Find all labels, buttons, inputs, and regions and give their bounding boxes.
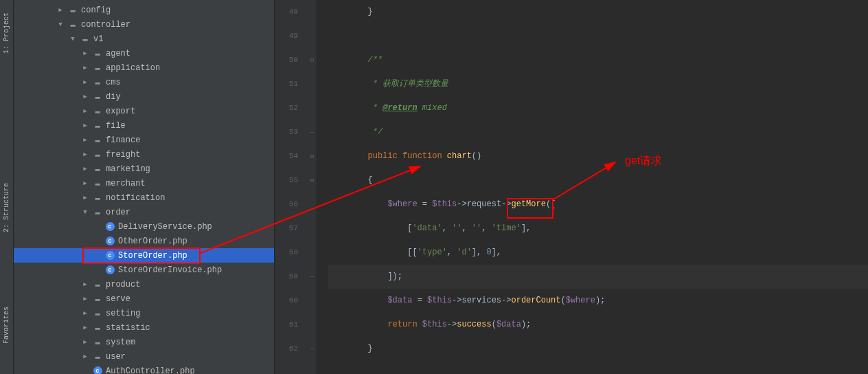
chevron-right-icon: ▶ [56,6,65,14]
folder-icon: ▬ [92,91,103,102]
chevron-right-icon: ▶ [81,93,89,100]
php-class-icon: C [104,250,115,261]
folder-icon: ▬ [92,294,103,305]
folder-serve[interactable]: ▶ ▬ serve [14,292,274,306]
code-line [328,24,868,48]
tree-label: order [106,208,130,217]
folder-icon: ▬ [92,77,103,88]
code-line: $where = $this->request->getMore([ [328,192,868,217]
fold-collapse-icon[interactable]: ⊟ [308,48,317,72]
chevron-right-icon: ▶ [81,309,89,317]
folder-config[interactable]: ▶ ▬ config [14,3,274,17]
fold-end-icon[interactable]: ─ [308,265,317,289]
chevron-right-icon: ▶ [81,353,89,360]
folder-export[interactable]: ▶ ▬ export [14,104,274,118]
file-delivery-service[interactable]: C DeliveryService.php [14,219,274,234]
chevron-right-icon: ▶ [81,295,89,302]
code-line: * 获取订单类型数量 [328,72,868,96]
folder-product[interactable]: ▶ ▬ product [14,277,274,292]
folder-icon: ▬ [92,308,103,319]
fold-end-icon[interactable]: ─ [308,337,317,361]
folder-icon: ▬ [92,135,103,146]
fold-collapse-icon[interactable]: ⊟ [308,144,317,168]
folder-notification[interactable]: ▶ ▬ notification [14,190,274,205]
chevron-right-icon: ▶ [81,122,89,129]
tree-label: cms [106,78,121,87]
file-store-order-invoice[interactable]: C StoreOrderInvoice.php [14,263,274,277]
folder-file[interactable]: ▶ ▬ file [14,118,274,133]
chevron-right-icon: ▶ [81,280,89,288]
folder-freight[interactable]: ▶ ▬ freight [14,147,274,162]
tree-label: OtherOrder.php [118,236,187,246]
tree-label: freight [106,150,140,160]
folder-statistic[interactable]: ▶ ▬ statistic [14,320,274,335]
chevron-down-icon: ▼ [69,36,77,43]
chevron-right-icon: ▶ [81,338,89,346]
code-line: } [328,337,868,361]
tree-label: diy [106,92,121,102]
tree-label: AuthController.php [106,366,195,375]
tree-label: StoreOrder.php [118,251,187,261]
fold-gutter: ⊟ ─ ⊟ ⊟ ─ ─ [308,0,317,374]
code-line: { [328,168,868,192]
chevron-right-icon: ▶ [81,107,89,115]
tree-label: application [106,63,160,73]
folder-icon: ▬ [92,63,103,74]
code-area[interactable]: } /** * 获取订单类型数量 * @return mixed */ publ… [317,0,868,374]
code-line: /** [328,48,868,72]
folder-user[interactable]: ▶ ▬ user [14,349,274,364]
project-tree[interactable]: ▶ ▬ config ▼ ▬ controller ▼ ▬ v1 ▶ ▬ age… [14,0,275,374]
file-other-order[interactable]: C OtherOrder.php [14,234,274,248]
code-line: [['type', 'd'], 0], [328,241,868,265]
folder-icon: ▬ [92,149,103,160]
folder-finance[interactable]: ▶ ▬ finance [14,133,274,147]
folder-icon: ▬ [92,192,103,204]
code-line: ]); [328,265,868,289]
tree-label: setting [106,309,140,318]
tree-label: export [106,107,135,116]
code-line: * @return mixed [328,96,868,120]
tree-label: file [106,121,126,131]
folder-icon: ▬ [92,351,103,362]
chevron-right-icon: ▶ [81,179,89,187]
tree-label: system [106,338,135,347]
folder-application[interactable]: ▶ ▬ application [14,60,274,75]
tree-label: product [106,280,140,289]
tree-label: controller [81,20,130,30]
line-numbers: 48 49 50 51 52 53 54 55 56 57 58 59 60 6… [275,0,308,374]
file-auth-controller[interactable]: C AuthController.php [14,364,274,374]
folder-icon: ▬ [92,322,103,333]
tree-label: statistic [106,323,150,333]
folder-marketing[interactable]: ▶ ▬ marketing [14,162,274,176]
chevron-down-icon: ▼ [81,209,89,216]
chevron-right-icon: ▶ [81,50,89,57]
chevron-right-icon: ▶ [81,136,89,144]
file-store-order[interactable]: C StoreOrder.php [14,248,274,263]
fold-end-icon[interactable]: ─ [308,120,317,144]
fold-collapse-icon[interactable]: ⊟ [308,168,317,192]
code-editor[interactable]: 48 49 50 51 52 53 54 55 56 57 58 59 60 6… [275,0,868,374]
tree-label: notification [106,193,165,203]
folder-merchant[interactable]: ▶ ▬ merchant [14,176,274,190]
folder-agent[interactable]: ▶ ▬ agent [14,46,274,60]
folder-v1[interactable]: ▼ ▬ v1 [14,32,274,46]
folder-diy[interactable]: ▶ ▬ diy [14,89,274,104]
folder-system[interactable]: ▶ ▬ system [14,335,274,349]
folder-setting[interactable]: ▶ ▬ setting [14,306,274,320]
editor-gutter: 48 49 50 51 52 53 54 55 56 57 58 59 60 6… [275,0,317,374]
code-line: return $this->success($data); [328,313,868,337]
tool-tab-project[interactable]: 1: Project [3,12,10,54]
folder-icon: ▬ [92,178,103,189]
tree-label: agent [106,49,130,58]
folder-order[interactable]: ▼ ▬ order [14,205,274,219]
php-class-icon: C [104,265,115,276]
folder-icon: ▬ [92,120,103,131]
tool-tab-structure[interactable]: 2: Structure [3,183,10,232]
tree-label: user [106,352,126,362]
folder-cms[interactable]: ▶ ▬ cms [14,75,274,89]
folder-icon: ▬ [67,5,78,16]
chevron-right-icon: ▶ [81,151,89,158]
tool-tab-favorites[interactable]: Favorites [3,307,10,344]
folder-controller[interactable]: ▼ ▬ controller [14,17,274,32]
code-line: } [328,0,868,24]
